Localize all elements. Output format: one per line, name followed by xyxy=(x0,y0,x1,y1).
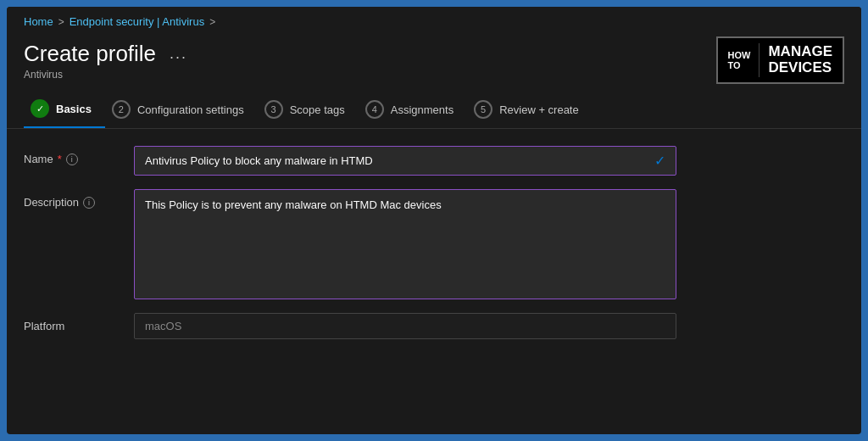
step-assignments[interactable]: 4 Assignments xyxy=(359,92,467,127)
ellipsis-button[interactable]: ... xyxy=(164,43,192,64)
step-scope-tags[interactable]: 3 Scope tags xyxy=(258,92,359,127)
step4-label: Assignments xyxy=(391,103,453,116)
description-textarea[interactable]: This Policy is to prevent any malware on… xyxy=(134,189,676,299)
header-left: Create profile ... Antivirus xyxy=(24,41,192,81)
step2-label: Configuration settings xyxy=(137,103,244,116)
logo-to: TO xyxy=(728,60,751,70)
breadcrumb-sep2: > xyxy=(209,16,215,28)
page-subtitle: Antivirus xyxy=(24,69,192,81)
logo-how-to: HOW TO xyxy=(728,50,751,70)
name-input[interactable]: Antivirus Policy to block any malware in… xyxy=(134,146,676,176)
form-content: Name * i Antivirus Policy to block any m… xyxy=(7,129,861,434)
logo-devices: DEVICES xyxy=(768,60,832,76)
breadcrumb: Home > Endpoint security | Antivirus > xyxy=(7,7,861,31)
name-value: Antivirus Policy to block any malware in… xyxy=(145,154,373,167)
logo: HOW TO MANAGE DEVICES xyxy=(716,36,844,84)
description-label: Description i xyxy=(24,189,117,209)
wizard-steps: ✓ Basics 2 Configuration settings 3 Scop… xyxy=(7,91,861,129)
required-star: * xyxy=(58,153,62,165)
step-review-create[interactable]: 5 Review + create xyxy=(467,92,593,127)
platform-value: macOS xyxy=(134,313,676,339)
platform-row: Platform macOS xyxy=(24,313,844,339)
step3-label: Scope tags xyxy=(290,103,345,116)
step2-circle: 2 xyxy=(112,100,131,119)
name-row: Name * i Antivirus Policy to block any m… xyxy=(24,146,844,176)
step-configuration[interactable]: 2 Configuration settings xyxy=(105,92,258,127)
breadcrumb-sep1: > xyxy=(58,16,64,28)
step5-circle: 5 xyxy=(474,100,492,119)
name-label: Name * i xyxy=(24,146,117,165)
description-info-icon[interactable]: i xyxy=(83,197,95,209)
step5-label: Review + create xyxy=(499,103,579,116)
page-header: Create profile ... Antivirus HOW TO MANA… xyxy=(7,31,861,91)
step3-circle: 3 xyxy=(264,100,283,119)
step4-circle: 4 xyxy=(365,100,384,119)
page-title: Create profile ... xyxy=(24,41,192,67)
step1-label: Basics xyxy=(56,103,92,115)
description-row: Description i This Policy is to prevent … xyxy=(24,189,844,299)
logo-manage-devices: MANAGE DEVICES xyxy=(768,44,832,75)
logo-how: HOW xyxy=(728,50,751,60)
page-title-text: Create profile xyxy=(24,41,156,67)
breadcrumb-parent[interactable]: Endpoint security | Antivirus xyxy=(70,15,204,28)
name-check-icon: ✓ xyxy=(654,153,665,169)
step-basics[interactable]: ✓ Basics xyxy=(24,91,105,128)
platform-label: Platform xyxy=(24,313,117,332)
breadcrumb-home[interactable]: Home xyxy=(24,15,53,28)
name-info-icon[interactable]: i xyxy=(66,154,78,165)
main-container: Home > Endpoint security | Antivirus > C… xyxy=(7,7,861,434)
step1-circle: ✓ xyxy=(31,99,49,118)
logo-manage: MANAGE xyxy=(768,44,832,60)
